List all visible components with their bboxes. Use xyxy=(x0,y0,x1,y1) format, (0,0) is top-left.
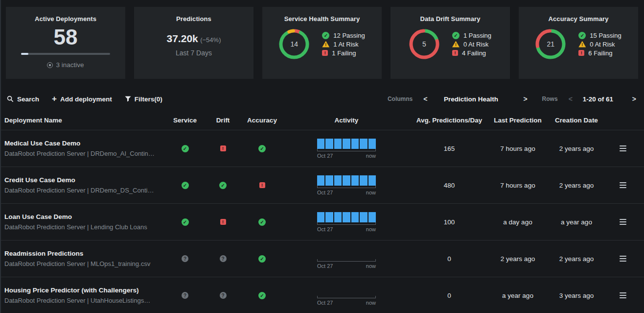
deployment-name[interactable]: Readmission Predictions xyxy=(4,250,165,257)
progress-fill xyxy=(21,53,28,55)
search-button[interactable]: Search xyxy=(7,96,39,103)
activity-axis-end: now xyxy=(366,226,376,232)
row-actions-menu-icon[interactable] xyxy=(618,217,628,227)
accuracy-status-cell xyxy=(241,218,283,226)
deployment-name[interactable]: Medical Use Case Demo xyxy=(4,140,165,147)
inactive-label: 3 inactive xyxy=(56,61,84,69)
predictions-period: Last 7 Days xyxy=(134,49,253,57)
avg-predictions-value: 480 xyxy=(410,182,488,189)
header-last-prediction: Last Prediction xyxy=(488,117,547,124)
columns-preset-value[interactable]: Prediction Health xyxy=(429,96,512,103)
table-row[interactable]: Credit Use Case Demo DataRobot Predictio… xyxy=(0,167,644,203)
deployment-name[interactable]: Loan Use Case Demo xyxy=(4,213,165,220)
drift-status-cell xyxy=(205,182,241,189)
legend-label: 0 At Risk xyxy=(590,41,615,48)
rows-next-chevron-icon[interactable]: > xyxy=(630,95,638,103)
legend-item: 1 At Risk xyxy=(322,41,365,48)
activity-bar xyxy=(343,139,350,149)
creation-date-value: 2 years ago xyxy=(547,182,606,189)
activity-axis-start: Oct 27 xyxy=(317,263,333,269)
row-actions-menu-icon[interactable] xyxy=(618,254,628,264)
card-data-drift-summary: Data Drift Summary 5 1 Passing 0 At Risk… xyxy=(391,7,510,79)
search-icon xyxy=(7,96,14,102)
activity-axis xyxy=(317,296,376,298)
inactive-icon xyxy=(47,62,53,68)
activity-chart: Oct 27 now xyxy=(317,212,376,232)
active-deployments-progress-bar xyxy=(21,53,110,55)
unknown-icon xyxy=(182,292,188,299)
passing-icon xyxy=(258,255,266,263)
card-title: Active Deployments xyxy=(6,15,125,23)
avg-predictions-value: 0 xyxy=(410,292,488,299)
activity-bar xyxy=(351,212,359,222)
predictions-delta: (−54%) xyxy=(200,36,221,44)
columns-prev-chevron-icon[interactable]: < xyxy=(421,95,429,103)
header-service: Service xyxy=(165,117,205,124)
header-deployment-name: Deployment Name xyxy=(0,117,165,124)
activity-chart: Oct 27 now xyxy=(317,286,376,306)
legend-item: 4 Failing xyxy=(452,49,491,57)
at-risk-icon xyxy=(322,41,329,48)
data-drift-legend: 1 Passing 0 At Risk 4 Failing xyxy=(452,30,491,58)
table-row[interactable]: Loan Use Case Demo DataRobot Prediction … xyxy=(0,203,644,240)
passing-icon xyxy=(322,32,329,39)
legend-label: 1 Failing xyxy=(332,49,356,57)
table-row[interactable]: Housing Price Predictor (with Challenger… xyxy=(0,277,644,313)
activity-bar xyxy=(351,139,359,149)
page-left-edge xyxy=(0,0,1,313)
activity-axis-start: Oct 27 xyxy=(317,226,333,232)
row-actions-menu-icon[interactable] xyxy=(618,144,628,153)
activity-bars xyxy=(317,139,376,149)
row-actions-menu-icon[interactable] xyxy=(618,290,628,300)
row-actions-menu-icon[interactable] xyxy=(618,180,628,190)
summary-cards: Active Deployments 58 3 inactive Predict… xyxy=(0,0,644,79)
activity-bar xyxy=(317,139,324,149)
donut-total: 14 xyxy=(279,29,309,59)
activity-bar xyxy=(334,175,342,186)
legend-item: 12 Passing xyxy=(322,32,365,39)
legend-item: 1 Passing xyxy=(452,32,491,39)
activity-bar xyxy=(368,175,376,186)
data-drift-donut: 5 xyxy=(409,29,439,59)
passing-icon xyxy=(258,292,266,299)
passing-icon xyxy=(219,182,227,189)
card-predictions: Predictions 37.20k (−54%) Last 7 Days xyxy=(134,7,253,79)
unknown-icon xyxy=(182,255,188,262)
activity-bar xyxy=(325,175,333,186)
table-row[interactable]: Medical Use Case Demo DataRobot Predicti… xyxy=(0,130,644,167)
last-prediction-value: 7 hours ago xyxy=(488,182,547,189)
table-header-row: Deployment Name Service Drift Accuracy A… xyxy=(0,110,644,130)
deployment-name[interactable]: Housing Price Predictor (with Challenger… xyxy=(4,287,165,294)
card-title: Service Health Summary xyxy=(262,15,382,23)
activity-bars xyxy=(317,286,376,296)
card-title: Data Drift Summary xyxy=(391,15,510,23)
filters-button[interactable]: Filters(0) xyxy=(125,96,162,103)
accuracy-donut: 21 xyxy=(535,29,566,59)
avg-predictions-value: 165 xyxy=(410,145,488,152)
unknown-icon xyxy=(220,255,227,262)
deployment-name[interactable]: Credit Use Case Demo xyxy=(4,176,165,184)
activity-axis xyxy=(317,149,376,151)
activity-chart: Oct 27 now xyxy=(317,175,376,195)
plus-icon: + xyxy=(52,95,57,103)
table-row[interactable]: Readmission Predictions DataRobot Predic… xyxy=(0,240,644,277)
header-avg-predictions: Avg. Predictions/Day xyxy=(410,117,488,124)
drift-status-cell xyxy=(205,292,241,299)
activity-bar xyxy=(317,175,324,186)
rows-prev-chevron-icon[interactable]: < xyxy=(567,95,575,103)
legend-label: 6 Failing xyxy=(588,49,612,57)
failing-icon xyxy=(220,219,226,225)
header-creation-date: Creation Date xyxy=(547,117,606,124)
activity-axis-end: now xyxy=(366,263,376,269)
legend-label: 12 Passing xyxy=(333,32,365,39)
add-deployment-button[interactable]: + Add deployment xyxy=(52,95,112,103)
last-prediction-value: 7 hours ago xyxy=(488,145,547,152)
legend-item: 0 At Risk xyxy=(452,41,491,48)
at-risk-icon xyxy=(452,41,460,48)
rows-range-value: 1-20 of 61 xyxy=(575,96,621,103)
service-status-cell xyxy=(165,292,205,299)
columns-next-chevron-icon[interactable]: > xyxy=(521,95,529,103)
card-active-deployments: Active Deployments 58 3 inactive xyxy=(6,7,125,79)
activity-bar xyxy=(360,212,367,222)
creation-date-value: a year ago xyxy=(547,218,606,226)
